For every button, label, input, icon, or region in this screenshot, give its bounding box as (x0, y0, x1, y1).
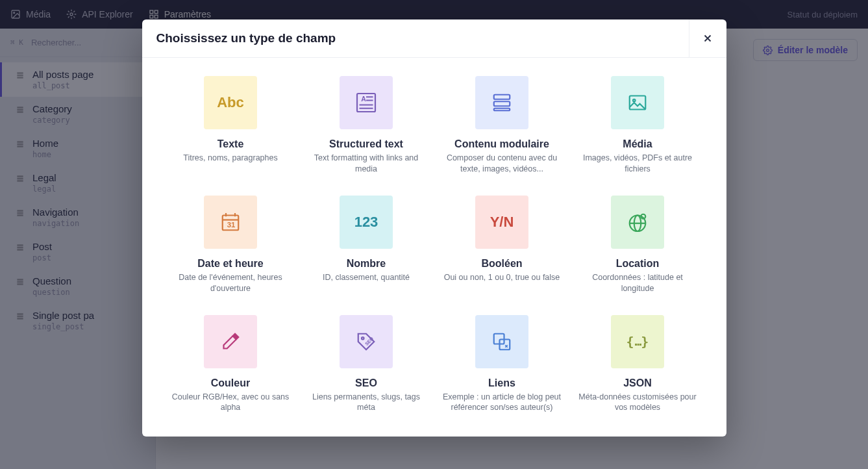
field-type-modal: Choississez un type de champ Abc Texte T… (142, 19, 726, 437)
field-name: Liens (488, 377, 515, 389)
field-desc: Text formatting with links and media (306, 153, 427, 175)
field-name: Structured text (329, 138, 403, 150)
field-number[interactable]: 123 Nombre ID, classement, quantité (306, 196, 427, 294)
svg-point-28 (362, 337, 364, 340)
field-name: Texte (217, 138, 244, 150)
modal-body: Abc Texte Titres, noms, paragraphes A St… (142, 58, 726, 437)
eyedropper-icon (204, 315, 257, 368)
modal-close-button[interactable] (689, 19, 726, 57)
close-icon (702, 32, 713, 44)
svg-rect-14 (494, 95, 510, 99)
field-links[interactable]: Liens Exemple : un article de blog peut … (442, 315, 562, 414)
field-name: Contenu modulaire (454, 138, 549, 150)
field-modular-content[interactable]: Contenu modulaire Composer du contenu av… (442, 76, 562, 175)
field-boolean[interactable]: Y/N Booléen Oui ou non, 1 ou 0, true ou … (442, 196, 562, 294)
field-desc: Oui ou non, 1 ou 0, true ou false (444, 272, 560, 283)
field-date[interactable]: 31 Date et heure Date de l'événement, he… (171, 196, 291, 294)
svg-rect-16 (494, 108, 510, 111)
field-desc: Couleur RGB/Hex, avec ou sans alpha (171, 392, 291, 414)
media-icon (611, 76, 664, 129)
modular-content-icon (475, 76, 528, 129)
structured-text-icon: A (340, 76, 393, 129)
modal-overlay[interactable]: Choississez un type de champ Abc Texte T… (0, 0, 868, 469)
svg-point-18 (633, 99, 636, 102)
field-name: Couleur (211, 377, 250, 389)
svg-text:A: A (361, 95, 366, 103)
field-name: Booléen (481, 258, 522, 270)
boolean-icon: Y/N (475, 196, 528, 249)
field-desc: Coordonnées : latitude et longitude (578, 272, 698, 294)
field-desc: Liens permanents, slugs, tags méta (306, 392, 427, 414)
tag-icon: SEO (340, 315, 393, 368)
field-name: Média (623, 138, 652, 150)
field-text[interactable]: Abc Texte Titres, noms, paragraphes (171, 76, 291, 175)
field-desc: Composer du contenu avec du texte, image… (442, 153, 562, 175)
field-desc: Titres, noms, paragraphes (183, 153, 277, 164)
field-structured-text[interactable]: A Structured text Text formatting with l… (306, 76, 427, 175)
field-json[interactable]: {...} JSON Méta-données customisées pour… (578, 315, 698, 414)
field-grid: Abc Texte Titres, noms, paragraphes A St… (171, 76, 698, 413)
field-desc: Images, vidéos, PDFs et autre fichiers (578, 153, 698, 175)
globe-icon (611, 196, 664, 249)
text-icon: Abc (204, 76, 257, 129)
svg-text:31: 31 (227, 221, 236, 229)
json-icon: {...} (611, 315, 664, 368)
field-location[interactable]: Location Coordonnées : latitude et longi… (578, 196, 698, 294)
svg-point-27 (641, 214, 645, 219)
field-name: JSON (623, 377, 652, 389)
svg-rect-15 (494, 101, 510, 106)
field-name: Date et heure (197, 258, 263, 270)
field-name: Nombre (347, 258, 386, 270)
field-name: Location (616, 258, 660, 270)
links-icon (475, 315, 528, 368)
field-desc: Date de l'événement, heures d'ouverture (171, 272, 291, 294)
field-desc: Méta-données customisées pour vos modèle… (578, 392, 698, 414)
field-desc: ID, classement, quantité (323, 272, 410, 283)
modal-title: Choississez un type de champ (156, 31, 336, 45)
field-media[interactable]: Média Images, vidéos, PDFs et autre fich… (578, 76, 698, 175)
number-icon: 123 (340, 196, 393, 249)
field-seo[interactable]: SEO SEO Liens permanents, slugs, tags mé… (306, 315, 427, 414)
field-desc: Exemple : un article de blog peut référe… (442, 392, 562, 414)
field-color[interactable]: Couleur Couleur RGB/Hex, avec ou sans al… (171, 315, 291, 414)
modal-header: Choississez un type de champ (142, 19, 726, 58)
calendar-icon: 31 (204, 196, 257, 249)
field-name: SEO (355, 377, 377, 389)
